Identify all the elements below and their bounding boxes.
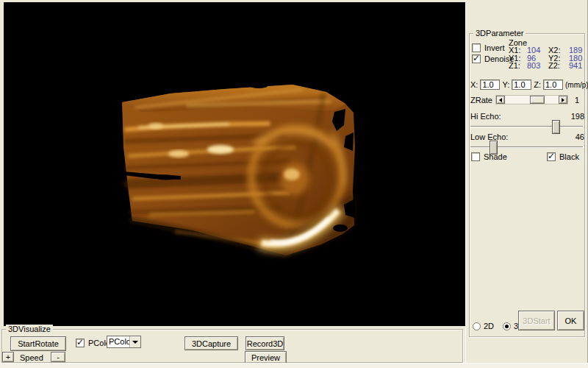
parameter-panel: 3DParameter Invert Denoise Zone X1: 104 …: [465, 0, 588, 363]
bottom-strip: [0, 363, 588, 368]
zrate-value: 1: [575, 96, 579, 105]
checkbox-mark: [76, 339, 85, 347]
zone-value: 104: [527, 46, 548, 54]
3dvisualize-group: 3DVisualize StartRotate + Speed - PColor…: [1, 329, 463, 363]
zone-label: Z2:: [548, 62, 569, 70]
black-checkbox[interactable]: Black: [547, 152, 579, 161]
zone-label: X2:: [548, 46, 569, 54]
zrate-label: ZRate: [470, 96, 492, 105]
slider-track[interactable]: [470, 146, 584, 148]
left-arrow-icon: [497, 98, 502, 102]
z-label: Z:: [534, 80, 541, 89]
invert-checkbox[interactable]: Invert: [472, 43, 505, 52]
slider-track[interactable]: [470, 126, 584, 127]
zone-label: Z1:: [509, 62, 527, 70]
checkbox-mark: [472, 54, 481, 63]
zone-values: X1: 104 X2: 189 Y1: 96 Y2: 180 Z1: 803 Z…: [509, 46, 588, 70]
zone-value: 189: [569, 46, 588, 54]
start-rotate-button[interactable]: StartRotate: [10, 336, 66, 351]
speed-minus-button[interactable]: -: [51, 352, 65, 362]
mode-2d-radio[interactable]: 2D: [473, 322, 494, 330]
shade-checkbox[interactable]: Shade: [471, 152, 507, 161]
3dstart-button[interactable]: 3DStart: [518, 311, 555, 330]
speed-plus-button[interactable]: +: [2, 352, 14, 362]
scale-unit: (mm/p): [565, 81, 588, 89]
z-scale-input[interactable]: [543, 79, 563, 90]
right-arrow-icon: [562, 98, 567, 102]
app-window: 3DParameter Invert Denoise Zone X1: 104 …: [0, 0, 588, 368]
zrate-scrollbar[interactable]: [495, 95, 568, 105]
3dcapture-button[interactable]: 3DCapture: [184, 336, 238, 350]
invert-label: Invert: [484, 43, 505, 52]
3dparameter-group: 3DParameter Invert Denoise Zone X1: 104 …: [469, 33, 585, 337]
3d-viewport[interactable]: [4, 2, 465, 326]
group-title: 3DParameter: [473, 29, 526, 38]
scroll-right-button[interactable]: [559, 96, 567, 104]
pcolor-dropdown[interactable]: PColor: [107, 336, 141, 348]
scrollbar-thumb[interactable]: [530, 96, 545, 104]
ok-button[interactable]: OK: [557, 311, 584, 330]
pcolor-dropdown-value: PColor: [107, 336, 129, 347]
zone-value: 803: [527, 62, 548, 70]
zone-value: 941: [569, 62, 588, 70]
checkbox-mark: [472, 43, 481, 52]
checkbox-mark: [471, 152, 480, 161]
chevron-down-icon: [132, 341, 138, 347]
mode-radio-group: 2D 3D: [473, 322, 524, 330]
speed-label: Speed: [20, 353, 43, 362]
record3d-button[interactable]: Record3D: [245, 336, 284, 350]
group-title: 3DVisualize: [6, 325, 53, 333]
x-scale-input[interactable]: [480, 79, 500, 90]
y-label: Y:: [502, 80, 509, 89]
radio-mark: [473, 322, 481, 330]
radio-mark: [503, 322, 511, 330]
denoise-checkbox[interactable]: Denoise: [472, 54, 514, 63]
zrate-row: ZRate 1: [470, 95, 585, 105]
mode-2d-label: 2D: [484, 322, 494, 330]
checkbox-mark: [547, 152, 556, 161]
scale-row: X: Y: Z: (mm/p): [470, 79, 585, 90]
dropdown-button[interactable]: [129, 336, 140, 347]
volume-render: [4, 2, 465, 326]
y-scale-input[interactable]: [512, 79, 531, 90]
black-label: Black: [559, 152, 579, 161]
shade-label: Shade: [484, 152, 507, 161]
scroll-left-button[interactable]: [496, 96, 505, 104]
x-label: X:: [470, 80, 478, 89]
preview-button[interactable]: Preview: [245, 351, 287, 364]
zone-label: X1:: [509, 46, 527, 54]
